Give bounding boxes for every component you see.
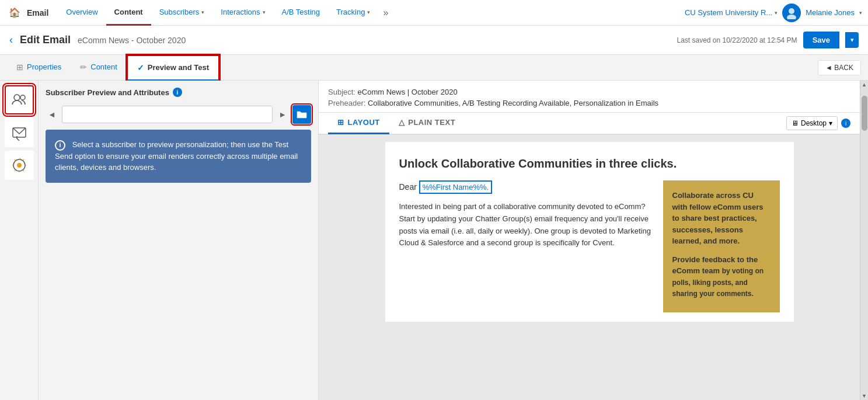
- subscriber-input-row: ◄ ►: [46, 105, 311, 124]
- scrollbar-track: [862, 90, 867, 391]
- email-meta: Subject: eComm News | October 2020 Prehe…: [319, 81, 860, 113]
- scrollbar-thumb[interactable]: [862, 96, 867, 131]
- user-caret-icon: ▾: [859, 10, 862, 16]
- nav-item-abtesting[interactable]: A/B Testing: [274, 0, 329, 26]
- scrollbar-down-arrow[interactable]: ▼: [860, 392, 869, 400]
- subscriber-prev-button[interactable]: ◄: [46, 107, 58, 121]
- subscriber-info-icon[interactable]: i: [173, 88, 182, 97]
- email-body-text: Interested in being part of a collaborat…: [399, 201, 651, 249]
- email-body: Unlock Collaborative Communities in thre…: [385, 142, 794, 322]
- subscriber-info-box: i Select a subscriber to preview persona…: [46, 130, 311, 183]
- personalization-field: %%First Name%%.: [419, 180, 492, 194]
- preview-info-icon[interactable]: i: [841, 119, 850, 128]
- back-button[interactable]: ◄ BACK: [818, 60, 861, 75]
- desktop-caret-icon: ▾: [829, 119, 832, 127]
- plain-text-icon: △: [399, 118, 405, 127]
- tab-bar-right: ◄ BACK: [818, 60, 861, 75]
- nav-item-content[interactable]: Content: [106, 0, 151, 26]
- email-headline: Unlock Collaborative Communities in thre…: [399, 156, 780, 171]
- edit-email-bar-right: Last saved on 10/22/2020 at 12:54 PM Sav…: [677, 32, 859, 48]
- email-body-inner: Dear %%First Name%%. Interested in being…: [399, 180, 780, 312]
- sidebar-subscriber-preview-button[interactable]: [5, 85, 34, 114]
- tab-layout[interactable]: ⊞ LAYOUT: [328, 112, 389, 134]
- subscriber-preview-header: Subscriber Preview and Attributes i: [46, 88, 311, 97]
- tab-preview-and-test[interactable]: ✓ Preview and Test: [127, 55, 219, 81]
- preview-tabs-right: 🖥 Desktop ▾ i: [786, 116, 850, 130]
- email-body-left: Dear %%First Name%%. Interested in being…: [399, 180, 651, 312]
- main-content: Subscriber Preview and Attributes i ◄ ► …: [0, 81, 868, 400]
- home-icon[interactable]: 🏠: [6, 4, 23, 22]
- sidebar-rendering-button[interactable]: [5, 151, 34, 180]
- left-panel: Subscriber Preview and Attributes i ◄ ► …: [39, 81, 319, 400]
- subject-line: Subject: eComm News | October 2020: [328, 88, 850, 96]
- interactions-caret-icon: ▾: [263, 9, 266, 15]
- tracking-caret-icon: ▾: [367, 9, 370, 15]
- desktop-icon: 🖥: [792, 119, 799, 127]
- svg-point-8: [17, 163, 22, 168]
- info-box-icon: i: [55, 140, 65, 151]
- tab-bar: ⊞ Properties ✏ Content ✓ Preview and Tes…: [0, 55, 868, 81]
- nav-item-overview[interactable]: Overview: [58, 0, 106, 26]
- last-saved-text: Last saved on 10/22/2020 at 12:54 PM: [677, 36, 797, 44]
- content-icon: ✏: [80, 62, 87, 72]
- nav-item-tracking[interactable]: Tracking ▾: [328, 0, 378, 26]
- svg-point-2: [14, 95, 20, 100]
- right-panel: Subject: eComm News | October 2020 Prehe…: [319, 81, 860, 400]
- subscribers-caret-icon: ▾: [201, 9, 204, 15]
- preview-tabs: ⊞ LAYOUT △ PLAIN TEXT 🖥 Desktop ▾ i: [319, 113, 860, 135]
- scrollbar-up-arrow[interactable]: ▲: [860, 81, 869, 89]
- nav-item-subscribers[interactable]: Subscribers ▾: [151, 0, 213, 26]
- org-selector[interactable]: CU System University R... ▾: [685, 8, 778, 17]
- tab-properties[interactable]: ⊞ Properties: [7, 55, 71, 81]
- preheader-line: Preheader: Collaborative Communities, A/…: [328, 99, 850, 107]
- sidebar-test-send-button[interactable]: [5, 118, 34, 147]
- top-navigation: 🏠 Email Overview Content Subscribers ▾ I…: [0, 0, 868, 26]
- edit-email-bar: ‹ Edit Email eComm News - October 2020 L…: [0, 26, 868, 55]
- svg-line-6: [17, 138, 19, 141]
- subscriber-search-input[interactable]: [62, 106, 273, 123]
- sidebar-block-title-2: Provide feedback to the eComm team by vo…: [672, 254, 771, 300]
- save-button[interactable]: Save: [803, 32, 839, 48]
- right-scrollbar[interactable]: ▲ ▼: [860, 81, 868, 400]
- nav-item-interactions[interactable]: Interactions ▾: [212, 0, 273, 26]
- nav-more-icon[interactable]: »: [378, 8, 393, 18]
- sidebar-block-title-1: Collaborate across CU with fellow eComm …: [672, 190, 771, 247]
- preview-icon: ✓: [137, 63, 144, 72]
- user-name[interactable]: Melanie Jones: [806, 8, 855, 17]
- email-preview-area[interactable]: Unlock Collaborative Communities in thre…: [319, 135, 860, 400]
- user-avatar: [782, 4, 801, 22]
- tab-plain-text[interactable]: △ PLAIN TEXT: [389, 112, 465, 134]
- email-name: eComm News - October 2020: [78, 36, 186, 45]
- subscriber-folder-button[interactable]: [292, 105, 311, 124]
- back-arrow-icon[interactable]: ‹: [9, 34, 13, 46]
- email-sidebar-block: Collaborate across CU with fellow eComm …: [663, 180, 780, 312]
- sidebar-icons: [0, 81, 39, 400]
- svg-point-3: [20, 95, 25, 100]
- svg-point-0: [789, 8, 794, 14]
- desktop-selector[interactable]: 🖥 Desktop ▾: [786, 116, 838, 130]
- org-caret-icon: ▾: [775, 10, 778, 16]
- save-dropdown-button[interactable]: ▾: [845, 32, 859, 48]
- top-nav-right: CU System University R... ▾ Melanie Jone…: [685, 4, 862, 22]
- page-title: Edit Email: [20, 34, 71, 46]
- layout-icon: ⊞: [337, 118, 344, 127]
- tab-content[interactable]: ✏ Content: [71, 55, 127, 81]
- org-name: CU System University R...: [685, 8, 772, 17]
- svg-point-1: [787, 15, 796, 19]
- app-label: Email: [27, 8, 48, 18]
- dear-line: Dear %%First Name%%.: [399, 180, 651, 194]
- properties-icon: ⊞: [16, 62, 23, 72]
- subscriber-next-button[interactable]: ►: [276, 107, 289, 121]
